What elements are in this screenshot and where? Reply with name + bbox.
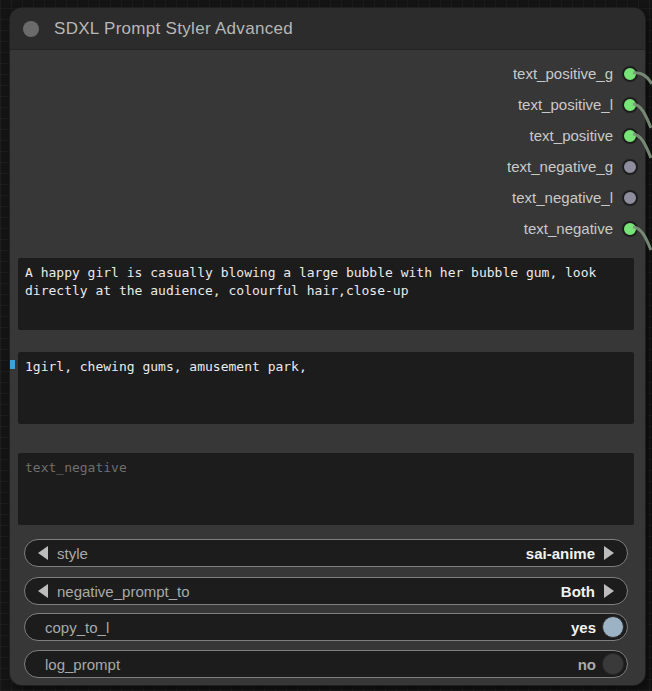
copy-to-l-toggle-widget[interactable]: copy_to_l yes [24,613,628,641]
node-title: SDXL Prompt Styler Advanced [54,19,293,39]
output-port-dot[interactable] [622,66,638,82]
widget-label: negative_prompt_to [57,583,561,600]
prev-value-arrow-icon[interactable] [38,546,48,560]
next-value-arrow-icon[interactable] [604,584,614,598]
output-label: text_positive [530,127,613,144]
next-value-arrow-icon[interactable] [604,546,614,560]
widget-label: style [57,545,526,562]
toggle-knob-icon[interactable] [602,616,624,638]
output-label: text_positive_g [513,65,613,82]
output-label: text_negative_l [512,189,613,206]
node-title-bar[interactable]: SDXL Prompt Styler Advanced [10,8,645,50]
widget-value: sai-anime [526,545,595,562]
output-label: text_negative_g [507,158,613,175]
text-positive-l-input[interactable] [18,352,634,424]
output-port-dot[interactable] [622,221,638,237]
widget-value: Both [561,583,595,600]
prev-value-arrow-icon[interactable] [38,584,48,598]
output-row-text-negative: text_negative [10,213,645,244]
widget-label: copy_to_l [45,619,571,636]
log-prompt-toggle-widget[interactable]: log_prompt no [24,650,628,678]
output-row-text-positive-l: text_positive_l [10,89,645,120]
style-combo-widget[interactable]: style sai-anime [24,539,628,567]
output-ports: text_positive_g text_positive_l text_pos… [10,58,645,244]
output-row-text-negative-g: text_negative_g [10,151,645,182]
widget-value: no [578,656,596,673]
text-positive-g-input[interactable] [18,258,634,330]
input-link-marker [10,360,15,369]
text-negative-input[interactable] [18,453,634,525]
output-label: text_negative [524,220,613,237]
output-port-dot[interactable] [622,97,638,113]
toggle-knob-icon[interactable] [602,653,624,675]
output-label: text_positive_l [518,96,613,113]
output-row-text-positive: text_positive [10,120,645,151]
widget-label: log_prompt [45,656,578,673]
graph-canvas: SDXL Prompt Styler Advanced text_positiv… [0,0,652,691]
output-port-dot[interactable] [622,159,638,175]
collapse-dot-icon[interactable] [23,21,39,37]
output-port-dot[interactable] [622,128,638,144]
output-port-dot[interactable] [622,190,638,206]
node-sdxl-prompt-styler-advanced[interactable]: SDXL Prompt Styler Advanced text_positiv… [10,8,645,685]
widget-value: yes [571,619,596,636]
output-row-text-negative-l: text_negative_l [10,182,645,213]
negative-prompt-to-combo-widget[interactable]: negative_prompt_to Both [24,577,628,605]
output-row-text-positive-g: text_positive_g [10,58,645,89]
